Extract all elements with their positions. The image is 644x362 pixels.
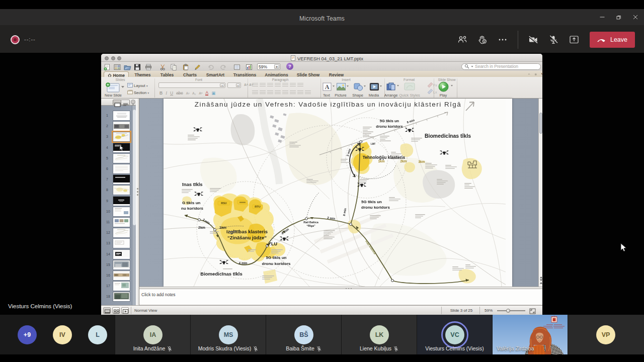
insert-media-button[interactable] (370, 82, 379, 91)
participants-icon[interactable] (456, 33, 469, 46)
toolbar-new-icon[interactable] (104, 63, 111, 70)
insert-shape-button[interactable] (354, 82, 363, 91)
participant-tile-MS[interactable]: MSModris Skudra (Viesis) (190, 315, 266, 354)
presentation-search-input[interactable]: Search in Presentation (461, 63, 541, 70)
slide-thumbnail-6[interactable]: 6 (113, 164, 130, 174)
slide-thumbnail-3[interactable]: 3 (113, 132, 130, 142)
overflow-avatar-IV[interactable]: IV (53, 325, 72, 344)
toolbar-table-icon[interactable] (233, 63, 241, 70)
arrange-button[interactable] (386, 82, 396, 92)
collapse-ribbon-icon[interactable] (528, 72, 530, 76)
minimize-icon[interactable] (594, 9, 610, 25)
toolbar-paste-icon[interactable] (182, 63, 190, 70)
slide-vertical-scrollbar[interactable] (538, 99, 542, 287)
toolbar-zoom-select[interactable]: 59%▾ (257, 63, 280, 70)
participant-avatar-BŠ[interactable]: BŠ (294, 325, 313, 344)
insert-picture-button[interactable] (337, 82, 346, 91)
participant-tile-LK[interactable]: LKLiene Kubiļus (341, 315, 417, 354)
toolbar-redo-icon[interactable] (219, 63, 227, 70)
overflow-avatar-L[interactable]: L (88, 325, 107, 344)
layout-button[interactable]: Layout ▾ (127, 83, 153, 88)
mac-close-light[interactable] (105, 56, 109, 60)
insert-picture-dropdown-arrow[interactable] (347, 85, 349, 87)
slide-thumbnail-14[interactable]: 14 (113, 249, 130, 259)
toolbar-undo-icon[interactable] (207, 63, 215, 70)
toolbar-save-icon[interactable] (134, 63, 141, 70)
insert-text-button[interactable]: A (323, 82, 332, 91)
toolbar-print-icon[interactable] (145, 63, 152, 70)
camera-off-icon[interactable] (527, 33, 540, 46)
slide-thumbnail-18[interactable]: 18 (113, 292, 130, 302)
slide-thumbnail-5[interactable]: 5 (113, 153, 130, 163)
slide-thumbnail-4[interactable]: 4 (113, 143, 130, 153)
arrange-dropdown-arrow[interactable] (397, 85, 399, 86)
new-slide-dropdown-arrow[interactable] (121, 86, 124, 88)
participant-avatar-VP[interactable]: VP (596, 325, 615, 344)
slide-thumbnail-10[interactable]: 10 (113, 207, 130, 217)
slide-thumbnail-17[interactable]: 17 (113, 281, 130, 291)
slide-thumbnail-11[interactable]: 11 (113, 217, 130, 227)
zoom-slider-track[interactable] (497, 310, 525, 311)
reactions-icon[interactable] (476, 33, 489, 46)
font-name-select[interactable]: ▾ (158, 82, 225, 88)
slide-thumbnail-15[interactable]: 15 (113, 260, 130, 270)
close-panel-icon[interactable] (131, 100, 135, 104)
toolbar-chart-icon[interactable] (246, 63, 253, 70)
participant-tile-BŠ[interactable]: BŠBaiba Šmite (266, 315, 341, 354)
play-dropdown-arrow[interactable] (451, 85, 453, 86)
participant-avatar-LK[interactable]: LK (370, 325, 389, 344)
paragraph-list-indent-buttons[interactable] (252, 83, 303, 87)
panel-divider[interactable] (136, 99, 139, 306)
overflow-avatar-plus9[interactable]: +9 (18, 325, 37, 344)
slide-thumbnail-2[interactable]: 2 (113, 121, 130, 131)
toolbar-open-icon[interactable] (124, 63, 131, 70)
participant-tile-VC[interactable]: VCViesturs Celmins (Viesis) (417, 315, 492, 354)
mac-zoom-light[interactable] (117, 56, 121, 60)
insert-media-dropdown-arrow[interactable] (380, 85, 382, 87)
notes-pane[interactable]: Click to add notes (139, 289, 542, 305)
statusbar-normal-view-button[interactable] (103, 307, 111, 314)
outline-view-toggle[interactable] (121, 100, 130, 105)
slide-thumbnail-9[interactable]: 9 (113, 196, 130, 206)
toolbar-gallery-icon[interactable] (114, 63, 121, 70)
restore-icon[interactable] (611, 9, 627, 25)
toolbar-copy-icon[interactable] (170, 63, 178, 70)
participant-avatar-IA[interactable]: IA (143, 325, 163, 344)
toolbar-help-button[interactable]: ? (286, 63, 293, 70)
slide-canvas[interactable]: 5G tīkls undronu koridorsBiomedicīnas tī… (164, 99, 512, 287)
slide-thumbnail-12[interactable]: 12 (113, 228, 130, 238)
close-icon[interactable] (627, 9, 643, 25)
more-options-icon[interactable] (496, 33, 509, 46)
video-tile[interactable]: Valērija Zirdziņa (492, 315, 568, 354)
share-screen-icon[interactable] (568, 33, 581, 46)
zoom-slider-thumb[interactable] (506, 309, 510, 313)
font-style-buttons[interactable]: BIUabcA²A₂AᵃA▣ (159, 90, 248, 96)
participant-tile-VP[interactable]: VP (568, 315, 644, 354)
new-slide-button[interactable] (105, 82, 120, 93)
section-button[interactable]: Section ▾ (127, 90, 154, 96)
thumbnail-scrollbar[interactable] (132, 99, 136, 306)
toolbar-format-painter-icon[interactable] (194, 63, 202, 70)
insert-text-dropdown-arrow[interactable] (333, 85, 335, 87)
slides-view-toggle[interactable] (113, 100, 121, 105)
scrollbar-arrows-icon[interactable] (539, 276, 543, 286)
font-size-select[interactable]: ▾ (227, 82, 241, 88)
statusbar-sorter-view-button[interactable] (112, 307, 120, 314)
slide-thumbnail-8[interactable]: 8 (113, 185, 130, 195)
fit-slide-to-window-button[interactable] (529, 307, 536, 313)
slide-thumbnail-7[interactable]: 7 (113, 174, 130, 185)
toolbar-cut-icon[interactable] (159, 63, 167, 70)
leave-button[interactable]: Leave (590, 32, 635, 48)
mic-off-icon[interactable] (547, 33, 560, 46)
slide-thumbnail-16[interactable]: 16 (113, 270, 130, 281)
participant-tile-IA[interactable]: IAInita Andžāne (115, 315, 190, 354)
slide-thumbnail-13[interactable]: 13 (113, 238, 130, 248)
participant-avatar-MS[interactable]: MS (219, 325, 238, 344)
play-slideshow-button[interactable] (438, 81, 449, 92)
statusbar-slideshow-view-button[interactable] (121, 307, 129, 314)
ribbon-settings-gear-icon[interactable] (534, 72, 537, 77)
insert-shape-dropdown-arrow[interactable] (364, 85, 366, 87)
mac-minimize-light[interactable] (111, 56, 115, 60)
slide-thumbnail-1[interactable]: 1 (113, 111, 130, 121)
paragraph-align-buttons[interactable] (252, 90, 311, 95)
